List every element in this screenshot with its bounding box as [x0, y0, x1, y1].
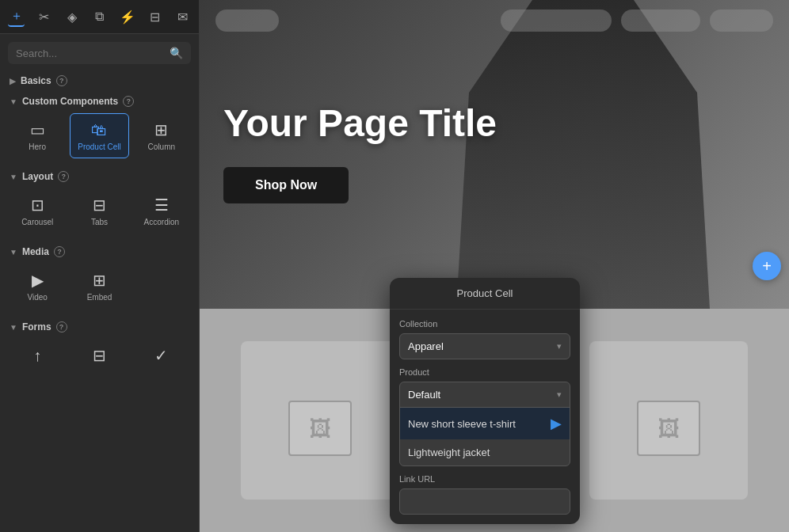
media-section-header[interactable]: ▼ Media ?: [0, 240, 199, 260]
column-label: Column: [148, 142, 175, 151]
top-icon-bar: ＋ ✂ ◈ ⧉ ⚡ ⊟ ✉: [0, 0, 199, 34]
collection-value: Apparel: [408, 340, 444, 352]
accordion-icon: ☰: [154, 196, 169, 215]
component-upload[interactable]: ↑: [8, 339, 67, 372]
basics-section-header[interactable]: ▶ Basics ?: [0, 69, 199, 89]
add-element-icon[interactable]: ＋: [8, 6, 25, 27]
nav-pill-actions: [621, 10, 700, 32]
video-label: Video: [27, 293, 47, 302]
canvas-area: Your Page Title Shop Now 🖼 🛍 🖼 🖼 + Produ…: [200, 0, 789, 532]
dropdown-option-jacket[interactable]: Lightweight jacket: [400, 439, 570, 466]
nav-pill-cta: [710, 10, 773, 32]
layout-section-header[interactable]: ▼ Layout ?: [0, 165, 199, 185]
component-input-field[interactable]: ⊟: [70, 339, 128, 372]
checkbox-icon: ✓: [154, 346, 168, 365]
option-label-jacket: Lightweight jacket: [408, 446, 490, 458]
layout-label: Layout: [22, 171, 53, 182]
component-checkbox[interactable]: ✓: [132, 339, 191, 372]
forms-info-icon: ?: [56, 321, 67, 332]
layers-icon[interactable]: ⧉: [91, 6, 108, 27]
add-section-button[interactable]: +: [753, 252, 781, 280]
forms-components-grid: ↑ ⊟ ✓: [0, 336, 199, 378]
nav-pill-logo: [215, 10, 279, 32]
link-url-input[interactable]: [399, 488, 570, 515]
search-icon: 🔍: [170, 47, 183, 59]
carousel-icon: ⊡: [31, 196, 44, 215]
panel-body: Collection Apparel ▾ Product Default ▾ N…: [390, 310, 580, 524]
sidebar: ＋ ✂ ◈ ⧉ ⚡ ⊟ ✉ 🔍 ▶ Basics ? ▼ Custom Comp…: [0, 0, 200, 532]
custom-info-icon: ?: [123, 96, 134, 107]
forms-arrow: ▼: [10, 323, 17, 332]
panel-title: Product Cell: [390, 278, 580, 310]
media-arrow: ▼: [10, 248, 17, 256]
chat-icon[interactable]: ✉: [174, 6, 191, 27]
hero-label: Hero: [29, 142, 46, 151]
product-dropdown: Default ▾ New short sleeve t-shirt ▶ Lig…: [399, 382, 570, 466]
product-card-left[interactable]: 🖼: [241, 341, 399, 500]
accordion-label: Accordion: [144, 218, 179, 226]
dropdown-option-tshirt[interactable]: New short sleeve t-shirt ▶: [400, 408, 570, 439]
input-field-icon: ⊟: [93, 346, 106, 365]
component-video[interactable]: ▶ Video: [8, 264, 67, 309]
custom-components-section-header[interactable]: ▼ Custom Components ?: [0, 89, 199, 110]
product-image-placeholder-right: 🖼: [637, 401, 700, 456]
option-label-tshirt: New short sleeve t-shirt: [408, 418, 516, 430]
layout-components-grid: ⊡ Carousel ⊟ Tabs ☰ Accordion: [0, 185, 199, 240]
media-info-icon: ?: [54, 246, 65, 257]
hero-title: Your Page Title: [223, 103, 497, 145]
component-product-cell[interactable]: 🛍 Product Cell: [70, 113, 128, 158]
component-accordion[interactable]: ☰ Accordion: [132, 188, 191, 234]
column-icon: ⊞: [154, 120, 168, 139]
component-tabs[interactable]: ⊟ Tabs: [70, 188, 128, 234]
basics-arrow: ▶: [10, 77, 16, 86]
search-bar: 🔍: [8, 42, 191, 64]
basics-label: Basics: [21, 75, 51, 86]
custom-arrow: ▼: [10, 97, 17, 106]
scissors-icon[interactable]: ✂: [36, 6, 52, 27]
product-selected-value[interactable]: Default ▾: [400, 382, 570, 408]
media-label: Media: [22, 246, 49, 257]
custom-components-grid: ▭ Hero 🛍 Product Cell ⊞ Column: [0, 110, 199, 165]
product-label: Product: [399, 367, 570, 377]
hero-nav-bar: [215, 10, 773, 32]
link-url-label: Link URL: [399, 474, 570, 484]
component-carousel[interactable]: ⊡ Carousel: [8, 188, 67, 234]
embed-label: Embed: [87, 293, 112, 302]
shop-now-button[interactable]: Shop Now: [223, 167, 349, 203]
tabs-label: Tabs: [91, 218, 108, 226]
layout-arrow: ▼: [10, 173, 17, 181]
product-card-right[interactable]: 🖼: [589, 341, 748, 500]
collection-dropdown-arrow: ▾: [557, 341, 562, 352]
database-icon[interactable]: ⊟: [147, 6, 163, 27]
collection-select[interactable]: Apparel ▾: [399, 333, 570, 359]
product-image-placeholder-left: 🖼: [288, 401, 352, 456]
forms-section-header[interactable]: ▼ Forms ?: [0, 315, 199, 336]
product-cell-panel: Product Cell Collection Apparel ▾ Produc…: [390, 278, 580, 524]
product-cell-label: Product Cell: [78, 142, 120, 151]
style-icon[interactable]: ◈: [63, 6, 80, 27]
component-embed[interactable]: ⊞ Embed: [70, 264, 128, 309]
cursor-icon: ▶: [551, 415, 562, 432]
collection-label: Collection: [399, 319, 570, 329]
lightning-icon[interactable]: ⚡: [119, 6, 135, 27]
product-current-value: Default: [408, 389, 440, 401]
carousel-label: Carousel: [21, 218, 53, 226]
hero-icon: ▭: [30, 120, 45, 139]
product-cell-icon: 🛍: [91, 121, 107, 139]
basics-info-icon: ?: [56, 75, 67, 86]
component-column[interactable]: ⊞ Column: [132, 113, 191, 158]
search-input[interactable]: [16, 48, 163, 59]
hero-content: Your Page Title Shop Now: [223, 103, 497, 203]
hero-section: Your Page Title Shop Now: [200, 0, 789, 309]
custom-components-label: Custom Components: [22, 96, 118, 107]
tabs-icon: ⊟: [93, 196, 106, 215]
forms-label: Forms: [22, 321, 51, 332]
embed-icon: ⊞: [93, 271, 106, 290]
component-hero[interactable]: ▭ Hero: [8, 113, 67, 158]
media-components-grid: ▶ Video ⊞ Embed: [0, 260, 199, 315]
video-icon: ▶: [32, 271, 44, 290]
nav-pill-links: [501, 10, 612, 32]
upload-icon: ↑: [33, 347, 41, 365]
layout-info-icon: ?: [58, 171, 69, 182]
product-dropdown-arrow: ▾: [557, 390, 562, 400]
